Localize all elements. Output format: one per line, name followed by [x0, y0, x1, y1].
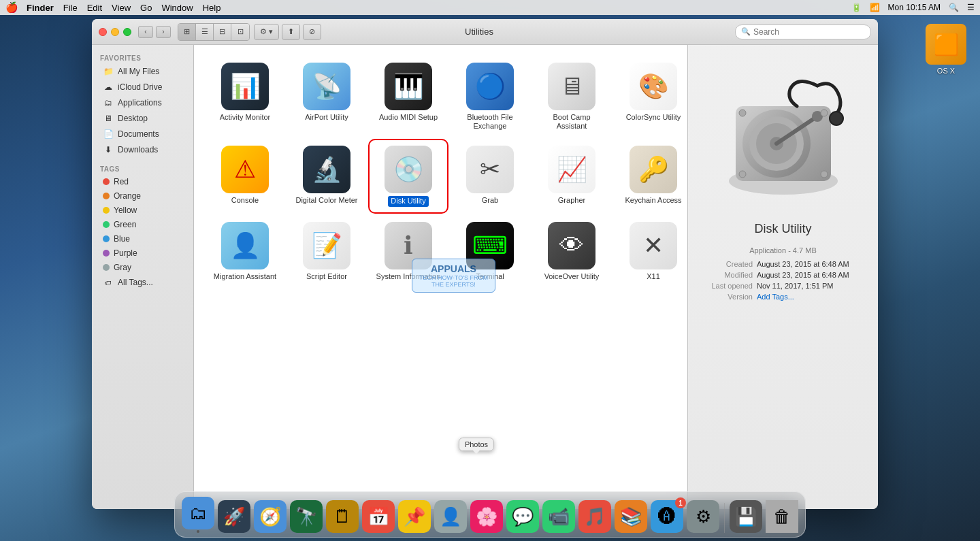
favorites-section-label: Favorites: [92, 52, 193, 63]
app-label-5: ColorSync Utility: [626, 113, 681, 122]
app-icon-bluetooth-file-exchange[interactable]: 🔵Bluetooth File Exchange: [453, 59, 527, 135]
dock-item-drive[interactable]: 💾: [730, 500, 762, 533]
tag-green-dot: [103, 221, 110, 228]
app-icon-keychain-access[interactable]: 🔑Keychain Access: [616, 142, 687, 210]
app-icon-migration-assistant[interactable]: 👤Migration Assistant: [208, 218, 282, 285]
menubar-finder[interactable]: Finder: [27, 3, 54, 13]
icon-view-button[interactable]: ⊞: [178, 24, 196, 40]
dock-item-stickies[interactable]: 📌: [398, 500, 431, 533]
app-icon-image-12: 👤: [221, 222, 269, 269]
menubar-view[interactable]: View: [112, 3, 131, 13]
finder-body: Favorites 📁 All My Files ☁ iCloud Drive …: [92, 45, 878, 509]
app-icon-x11[interactable]: ✕X11: [616, 218, 687, 285]
dock-item-app-store[interactable]: 🅐1: [651, 500, 683, 533]
sidebar-tag-all[interactable]: 🏷 All Tags...: [95, 275, 191, 290]
app-label-4: Boot Camp Assistant: [538, 113, 605, 131]
dock-item-finder[interactable]: 🗂: [182, 497, 214, 533]
dock-item-photos[interactable]: 🌸: [470, 500, 503, 533]
app-label-9: Grab: [482, 196, 498, 205]
menubar: 🍎 Finder File Edit View Go Window Help 🔋…: [0, 0, 980, 15]
dock-icon-9: 💬: [506, 500, 539, 533]
preview-app-type: Application - 4.7 MB: [698, 246, 868, 255]
list-view-button[interactable]: ☰: [196, 24, 214, 40]
app-icon-activity-monitor[interactable]: 📊Activity Monitor: [208, 59, 282, 135]
tag-gray-label: Gray: [114, 263, 131, 272]
dock-item-contacts[interactable]: 👤: [434, 500, 467, 533]
menubar-file[interactable]: File: [63, 3, 78, 13]
app-label-1: AirPort Utility: [305, 113, 348, 122]
tag-yellow-label: Yellow: [114, 206, 137, 215]
preview-info: Application - 4.7 MB Created August 23, …: [698, 246, 868, 304]
maximize-button[interactable]: [123, 28, 131, 36]
dock-item-ibooks[interactable]: 📚: [615, 500, 647, 533]
sidebar-tag-yellow[interactable]: Yellow: [95, 203, 191, 217]
all-my-files-label: All My Files: [118, 67, 159, 76]
app-icon-digital-color-meter[interactable]: 🔬Digital Color Meter: [289, 142, 364, 210]
dock-item-facetime[interactable]: 📹: [542, 500, 575, 533]
tag-gray-dot: [103, 264, 110, 271]
sidebar-item-all-my-files[interactable]: 📁 All My Files: [95, 64, 191, 79]
sidebar-item-downloads[interactable]: ⬇ Downloads: [95, 142, 191, 157]
menubar-wifi-icon: 📶: [870, 3, 880, 12]
app-icon-console[interactable]: ⚠Console: [208, 142, 282, 210]
tags-section-label: Tags: [92, 163, 193, 174]
sidebar-tag-green[interactable]: Green: [95, 218, 191, 231]
sidebar-tag-blue[interactable]: Blue: [95, 232, 191, 246]
app-icon-audio-midi-setup[interactable]: 🎹Audio MIDI Setup: [371, 59, 446, 135]
apple-menu[interactable]: 🍎: [5, 1, 18, 14]
dock-item-notes[interactable]: 🗒: [326, 500, 359, 533]
app-icon-grab[interactable]: ✂Grab: [453, 142, 527, 210]
sidebar-item-documents[interactable]: 📄 Documents: [95, 127, 191, 142]
menubar-help[interactable]: Help: [203, 3, 221, 13]
minimize-button[interactable]: [111, 28, 119, 36]
dock-icon-1: 🚀: [218, 500, 250, 533]
dock-icon-2: 🧭: [254, 500, 287, 533]
dock-item-calendar[interactable]: 📅: [362, 500, 395, 533]
menubar-search-icon[interactable]: 🔍: [949, 3, 959, 12]
sidebar-tag-orange[interactable]: Orange: [95, 189, 191, 203]
sidebar-tag-purple[interactable]: Purple: [95, 246, 191, 260]
menubar-right: 🔋 📶 Mon 10:15 AM 🔍 ☰: [851, 3, 975, 12]
dock-item-trash[interactable]: 🗑: [766, 500, 798, 533]
app-icon-script-editor[interactable]: 📝Script Editor: [289, 218, 364, 285]
app-icon-airport-utility[interactable]: 📡AirPort Utility: [289, 59, 364, 135]
preview-panel: Disk Utility Application - 4.7 MB Create…: [687, 45, 878, 509]
dock-icon-16: 🗑: [766, 500, 798, 533]
app-icon-grapher[interactable]: 📈Grapher: [534, 142, 609, 210]
preview-add-tags-link[interactable]: Add Tags...: [757, 293, 868, 301]
app-icon-disk-utility[interactable]: 💿Disk Utility: [371, 142, 446, 210]
dock-item-launchpad[interactable]: 🚀: [218, 500, 250, 533]
dock-item-messages[interactable]: 💬: [506, 500, 539, 533]
menubar-edit[interactable]: Edit: [87, 3, 102, 13]
tag-green-label: Green: [114, 220, 136, 229]
drive-icon: 🟧: [926, 24, 966, 65]
app-icon-image-1: 📡: [303, 63, 350, 110]
sidebar-tag-gray[interactable]: Gray: [95, 261, 191, 274]
sidebar-item-icloud-drive[interactable]: ☁ iCloud Drive: [95, 80, 191, 95]
sidebar-item-applications[interactable]: 🗂 Applications: [95, 95, 191, 110]
dock-item-itunes[interactable]: 🎵: [578, 500, 611, 533]
sidebar-item-desktop[interactable]: 🖥 Desktop: [95, 111, 191, 126]
app-icon-voiceover-utility[interactable]: 👁VoiceOver Utility: [534, 218, 609, 285]
menubar-menu-icon[interactable]: ☰: [967, 3, 975, 12]
search-box[interactable]: 🔍: [735, 24, 871, 39]
back-button[interactable]: ‹: [138, 26, 153, 38]
app-label-0: Activity Monitor: [220, 113, 271, 122]
menubar-go[interactable]: Go: [140, 3, 152, 13]
search-input[interactable]: [753, 27, 862, 37]
desktop-drive[interactable]: 🟧 OS X: [926, 24, 966, 75]
menubar-window[interactable]: Window: [161, 3, 193, 13]
dock-item-reflector[interactable]: 🔭: [290, 500, 323, 533]
dock-item-safari[interactable]: 🧭: [254, 500, 287, 533]
app-icon-image-5: 🎨: [630, 63, 677, 110]
forward-button[interactable]: ›: [156, 26, 171, 38]
desktop-icon: 🖥: [103, 113, 114, 124]
sidebar-tag-red[interactable]: Red: [95, 175, 191, 188]
app-icon-system-information[interactable]: ℹSystem Information: [371, 218, 446, 285]
dock-item-system-preferences[interactable]: ⚙: [687, 500, 719, 533]
close-button[interactable]: [99, 28, 107, 36]
app-icon-boot-camp-assistant[interactable]: 🖥Boot Camp Assistant: [534, 59, 609, 135]
dock-icon-3: 🔭: [290, 500, 323, 533]
app-icon-colorsync-utility[interactable]: 🎨ColorSync Utility: [616, 59, 687, 135]
app-icon-terminal[interactable]: ⌨Terminal: [453, 218, 527, 285]
